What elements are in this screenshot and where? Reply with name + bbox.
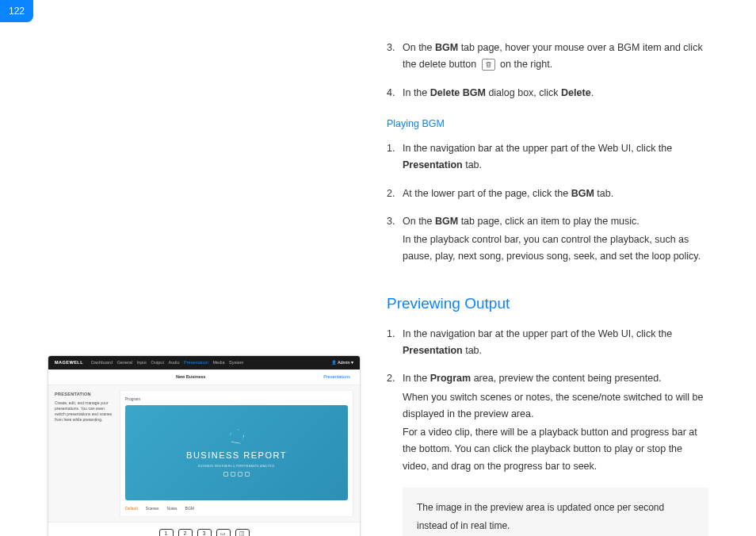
ui-screenshot-mock: MAGEWELL Dashboard General Input Output … (48, 355, 361, 536)
mock-nav: Dashboard General Input Output Audio Pre… (90, 359, 245, 366)
footer-btn-screen-icon: ▭ (216, 529, 231, 536)
step-text: In the navigation bar at the upper part … (403, 326, 708, 362)
mock-body: PRESENTATION Create, edit, and manage yo… (48, 385, 360, 522)
step-number: 2. (387, 370, 403, 477)
list-item: 4. In the Delete BGM dialog box, click D… (387, 85, 708, 103)
trash-icon (482, 59, 495, 71)
mock-side-text: Create, edit, and manage your presentati… (55, 400, 113, 423)
mock-side-title: PRESENTATION (55, 392, 113, 398)
footer-btn-1: 1 (159, 529, 174, 536)
nav-audio: Audio (168, 360, 179, 365)
step-number: 4. (387, 85, 403, 103)
page-number-badge: 122 (0, 0, 33, 22)
step-number: 3. (387, 40, 403, 75)
mock-topbar: MAGEWELL Dashboard General Input Output … (48, 356, 360, 369)
note-box: The image in the preview area is updated… (403, 488, 708, 536)
tab-notes: Notes (167, 505, 178, 512)
step-number: 1. (387, 140, 403, 176)
list-item: 3. On the BGM tab page, hover your mouse… (387, 40, 708, 75)
tab-scenes: Scenes (146, 505, 159, 512)
mock-main: Program BUSINESS REPORT BUSINESS DESIGNE… (120, 390, 353, 517)
step-number: 3. (387, 213, 403, 267)
step-text: In the navigation bar at the upper part … (403, 140, 708, 176)
list-item: 2. In the Program area, preview the cont… (387, 370, 708, 477)
nav-output: Output (151, 360, 164, 365)
list-item: 1. In the navigation bar at the upper pa… (387, 140, 708, 176)
list-item: 2. At the lower part of the page, click … (387, 186, 708, 204)
right-column: 3. On the BGM tab page, hover your mouse… (387, 40, 708, 536)
step-list-delete-bgm-cont: 3. On the BGM tab page, hover your mouse… (387, 40, 708, 103)
step-list-playing-bgm: 1. In the navigation bar at the upper pa… (387, 140, 708, 267)
preview-title: BUSINESS REPORT (186, 448, 287, 463)
nav-media: Media (213, 360, 225, 365)
nav-general: General (117, 360, 133, 365)
mock-subheader: New Business Presentations (48, 369, 360, 385)
step-list-previewing-output: 1. In the navigation bar at the upper pa… (387, 326, 708, 477)
nav-input: Input (137, 360, 147, 365)
mock-program-label: Program (125, 396, 348, 403)
step-text: At the lower part of the page, click the… (403, 186, 708, 204)
nav-presentation: Presentation (184, 360, 208, 365)
nav-dashboard: Dashboard (91, 360, 113, 365)
preview-social-icons (223, 472, 250, 477)
list-item: 1. In the navigation bar at the upper pa… (387, 326, 708, 362)
section-playing-bgm-title: Playing BGM (387, 116, 708, 132)
mock-admin: 👤 Admin ▾ (331, 359, 353, 366)
tab-default: Default (125, 505, 138, 512)
step-number: 2. (387, 186, 403, 204)
tab-bgm: BGM (185, 505, 194, 512)
left-column: MAGEWELL Dashboard General Input Output … (48, 40, 365, 536)
footer-btn-2: 2 (178, 529, 193, 536)
mock-footer: 1 2 3 ▭ ◫ (48, 522, 360, 536)
step-text: On the BGM tab page, hover your mouse ov… (403, 40, 708, 75)
mock-preview: BUSINESS REPORT BUSINESS DESIGNERS & PER… (125, 405, 348, 500)
step-text: In the Delete BGM dialog box, click Dele… (403, 85, 708, 103)
mock-sub-title: New Business (176, 373, 205, 381)
nav-system: System (229, 360, 243, 365)
step-text: In the Program area, preview the content… (403, 370, 708, 477)
mock-tabs: Default Scenes Notes BGM (125, 505, 348, 512)
step-number: 1. (387, 326, 403, 362)
footer-btn-3: 3 (197, 529, 212, 536)
mock-logo: MAGEWELL (55, 359, 83, 366)
preview-subtitle: BUSINESS DESIGNERS & PERFORMANCE ANALYSI… (198, 465, 274, 469)
mock-sidebar: PRESENTATION Create, edit, and manage yo… (48, 385, 120, 522)
step-text: On the BGM tab page, click an item to pl… (403, 213, 708, 267)
pentagon-icon (228, 428, 245, 445)
section-previewing-output-heading: Previewing Output (387, 291, 708, 316)
list-item: 3. On the BGM tab page, click an item to… (387, 213, 708, 267)
mock-sub-link: Presentations (323, 373, 350, 381)
footer-btn-split-icon: ◫ (235, 529, 250, 536)
page-content: MAGEWELL Dashboard General Input Output … (0, 0, 756, 536)
